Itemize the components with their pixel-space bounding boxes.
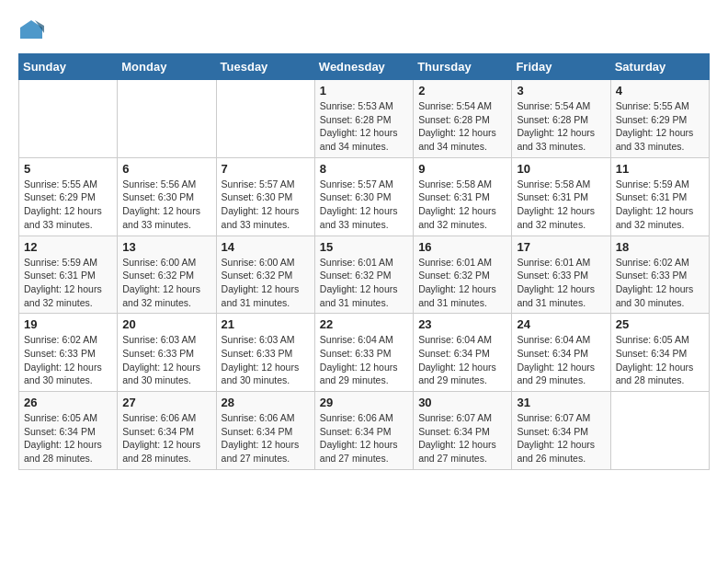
calendar-week-3: 12Sunrise: 5:59 AM Sunset: 6:31 PM Dayli… <box>19 236 710 314</box>
day-info: Sunrise: 6:06 AM Sunset: 6:34 PM Dayligh… <box>320 411 408 465</box>
day-number: 29 <box>320 396 408 409</box>
calendar-cell <box>19 80 118 158</box>
day-info: Sunrise: 6:07 AM Sunset: 6:34 PM Dayligh… <box>517 411 605 465</box>
day-number: 21 <box>222 317 310 331</box>
weekday-header-friday: Friday <box>512 54 610 80</box>
calendar-cell <box>610 392 709 470</box>
calendar-cell: 25Sunrise: 6:05 AM Sunset: 6:34 PM Dayli… <box>610 314 709 392</box>
calendar-cell: 29Sunrise: 6:06 AM Sunset: 6:34 PM Dayli… <box>314 392 413 470</box>
weekday-header-saturday: Saturday <box>610 54 709 80</box>
calendar-cell: 23Sunrise: 6:04 AM Sunset: 6:34 PM Dayli… <box>414 314 512 392</box>
calendar-cell: 30Sunrise: 6:07 AM Sunset: 6:34 PM Dayli… <box>414 392 512 470</box>
header <box>18 18 710 44</box>
day-info: Sunrise: 5:58 AM Sunset: 6:31 PM Dayligh… <box>418 178 506 232</box>
day-number: 2 <box>418 84 506 98</box>
calendar-cell: 4Sunrise: 5:55 AM Sunset: 6:29 PM Daylig… <box>610 80 709 158</box>
day-info: Sunrise: 5:58 AM Sunset: 6:31 PM Dayligh… <box>517 178 605 232</box>
weekday-header-row: SundayMondayTuesdayWednesdayThursdayFrid… <box>19 54 710 80</box>
day-info: Sunrise: 6:07 AM Sunset: 6:34 PM Dayligh… <box>418 411 506 465</box>
day-number: 1 <box>320 84 408 98</box>
calendar-cell: 12Sunrise: 5:59 AM Sunset: 6:31 PM Dayli… <box>19 236 118 314</box>
day-number: 27 <box>122 396 210 409</box>
calendar-week-4: 19Sunrise: 6:02 AM Sunset: 6:33 PM Dayli… <box>19 314 710 392</box>
calendar-cell: 14Sunrise: 6:00 AM Sunset: 6:32 PM Dayli… <box>216 236 314 314</box>
calendar-week-5: 26Sunrise: 6:05 AM Sunset: 6:34 PM Dayli… <box>19 392 710 470</box>
day-info: Sunrise: 5:57 AM Sunset: 6:30 PM Dayligh… <box>222 178 310 232</box>
day-number: 11 <box>616 162 704 176</box>
day-number: 12 <box>24 240 112 254</box>
day-number: 16 <box>418 240 506 254</box>
day-number: 7 <box>222 162 310 176</box>
day-info: Sunrise: 6:02 AM Sunset: 6:33 PM Dayligh… <box>616 256 704 310</box>
day-number: 30 <box>418 396 506 409</box>
day-number: 10 <box>517 162 605 176</box>
calendar-cell: 9Sunrise: 5:58 AM Sunset: 6:31 PM Daylig… <box>414 157 512 236</box>
calendar-cell: 27Sunrise: 6:06 AM Sunset: 6:34 PM Dayli… <box>118 392 216 470</box>
calendar-cell: 28Sunrise: 6:06 AM Sunset: 6:34 PM Dayli… <box>216 392 314 470</box>
day-number: 5 <box>24 162 112 176</box>
day-number: 15 <box>320 240 408 254</box>
day-number: 3 <box>517 84 605 98</box>
day-info: Sunrise: 6:05 AM Sunset: 6:34 PM Dayligh… <box>24 411 112 465</box>
day-number: 22 <box>320 317 408 331</box>
day-info: Sunrise: 6:03 AM Sunset: 6:33 PM Dayligh… <box>222 333 310 387</box>
day-number: 26 <box>24 396 112 409</box>
day-info: Sunrise: 6:06 AM Sunset: 6:34 PM Dayligh… <box>122 411 210 465</box>
day-info: Sunrise: 5:53 AM Sunset: 6:28 PM Dayligh… <box>320 99 408 154</box>
day-info: Sunrise: 6:06 AM Sunset: 6:34 PM Dayligh… <box>222 411 310 465</box>
day-number: 23 <box>418 317 506 331</box>
calendar-cell: 17Sunrise: 6:01 AM Sunset: 6:33 PM Dayli… <box>512 236 610 314</box>
calendar-cell: 6Sunrise: 5:56 AM Sunset: 6:30 PM Daylig… <box>118 157 216 236</box>
calendar-cell: 2Sunrise: 5:54 AM Sunset: 6:28 PM Daylig… <box>414 80 512 158</box>
day-number: 28 <box>222 396 310 409</box>
day-number: 25 <box>616 317 704 331</box>
day-info: Sunrise: 6:01 AM Sunset: 6:32 PM Dayligh… <box>320 256 408 310</box>
day-number: 31 <box>517 396 605 409</box>
day-number: 20 <box>122 317 210 331</box>
day-info: Sunrise: 6:01 AM Sunset: 6:32 PM Dayligh… <box>418 256 506 310</box>
calendar-cell: 18Sunrise: 6:02 AM Sunset: 6:33 PM Dayli… <box>610 236 709 314</box>
day-number: 9 <box>418 162 506 176</box>
calendar-body: 1Sunrise: 5:53 AM Sunset: 6:28 PM Daylig… <box>19 80 710 470</box>
calendar-cell: 16Sunrise: 6:01 AM Sunset: 6:32 PM Dayli… <box>414 236 512 314</box>
day-info: Sunrise: 5:57 AM Sunset: 6:30 PM Dayligh… <box>320 178 408 232</box>
day-info: Sunrise: 5:55 AM Sunset: 6:29 PM Dayligh… <box>24 178 112 232</box>
day-info: Sunrise: 6:05 AM Sunset: 6:34 PM Dayligh… <box>616 333 704 387</box>
calendar-cell: 19Sunrise: 6:02 AM Sunset: 6:33 PM Dayli… <box>19 314 118 392</box>
day-info: Sunrise: 5:54 AM Sunset: 6:28 PM Dayligh… <box>517 99 605 154</box>
calendar-cell <box>118 80 216 158</box>
day-number: 17 <box>517 240 605 254</box>
calendar-cell: 26Sunrise: 6:05 AM Sunset: 6:34 PM Dayli… <box>19 392 118 470</box>
day-info: Sunrise: 6:02 AM Sunset: 6:33 PM Dayligh… <box>24 333 112 387</box>
day-info: Sunrise: 6:04 AM Sunset: 6:33 PM Dayligh… <box>320 333 408 387</box>
weekday-header-sunday: Sunday <box>19 54 118 80</box>
day-number: 6 <box>122 162 210 176</box>
day-number: 24 <box>517 317 605 331</box>
day-number: 19 <box>24 317 112 331</box>
calendar-cell: 7Sunrise: 5:57 AM Sunset: 6:30 PM Daylig… <box>216 157 314 236</box>
weekday-header-wednesday: Wednesday <box>314 54 413 80</box>
day-info: Sunrise: 6:04 AM Sunset: 6:34 PM Dayligh… <box>517 333 605 387</box>
calendar-cell: 8Sunrise: 5:57 AM Sunset: 6:30 PM Daylig… <box>314 157 413 236</box>
weekday-header-tuesday: Tuesday <box>216 54 314 80</box>
calendar-cell <box>216 80 314 158</box>
day-info: Sunrise: 5:59 AM Sunset: 6:31 PM Dayligh… <box>616 178 704 232</box>
calendar-cell: 10Sunrise: 5:58 AM Sunset: 6:31 PM Dayli… <box>512 157 610 236</box>
day-number: 4 <box>616 84 704 98</box>
calendar-cell: 13Sunrise: 6:00 AM Sunset: 6:32 PM Dayli… <box>118 236 216 314</box>
day-info: Sunrise: 5:56 AM Sunset: 6:30 PM Dayligh… <box>122 178 210 232</box>
day-info: Sunrise: 6:00 AM Sunset: 6:32 PM Dayligh… <box>122 256 210 310</box>
calendar-cell: 21Sunrise: 6:03 AM Sunset: 6:33 PM Dayli… <box>216 314 314 392</box>
calendar-cell: 20Sunrise: 6:03 AM Sunset: 6:33 PM Dayli… <box>118 314 216 392</box>
weekday-header-monday: Monday <box>118 54 216 80</box>
logo-icon <box>18 18 44 44</box>
calendar-cell: 31Sunrise: 6:07 AM Sunset: 6:34 PM Dayli… <box>512 392 610 470</box>
day-number: 18 <box>616 240 704 254</box>
calendar-cell: 1Sunrise: 5:53 AM Sunset: 6:28 PM Daylig… <box>314 80 413 158</box>
calendar-cell: 22Sunrise: 6:04 AM Sunset: 6:33 PM Dayli… <box>314 314 413 392</box>
day-number: 13 <box>122 240 210 254</box>
day-number: 8 <box>320 162 408 176</box>
calendar-cell: 5Sunrise: 5:55 AM Sunset: 6:29 PM Daylig… <box>19 157 118 236</box>
calendar-table: SundayMondayTuesdayWednesdayThursdayFrid… <box>18 53 710 470</box>
day-info: Sunrise: 6:00 AM Sunset: 6:32 PM Dayligh… <box>222 256 310 310</box>
